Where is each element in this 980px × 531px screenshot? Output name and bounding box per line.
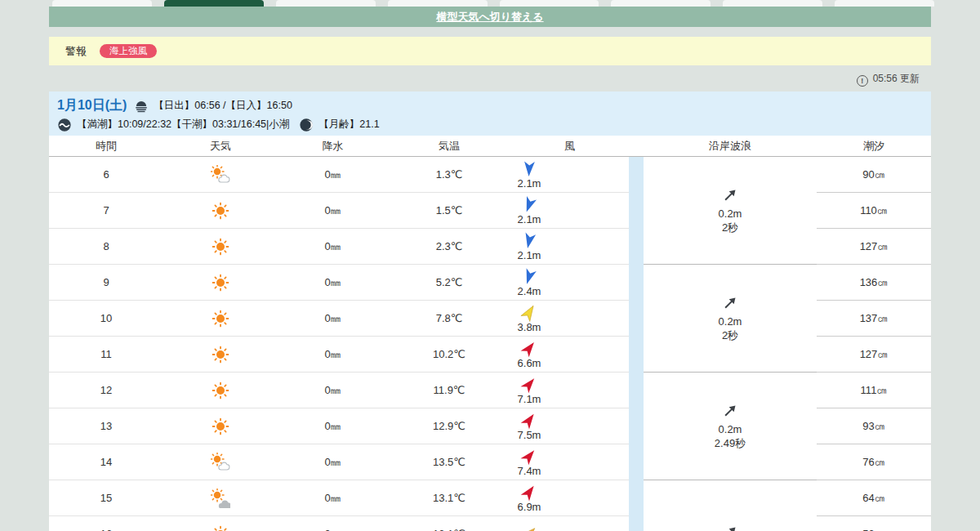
wave-group-cell: 0.2m2秒 [644,265,817,373]
wind-cell: 7.5m [510,412,629,441]
sun-icon [163,309,278,328]
sun-icon [163,417,278,436]
tab-4[interactable] [500,0,599,7]
col-header-precip: 降水 [278,139,388,154]
sunrise-icon [134,99,149,114]
wave-period-label: 2.49秒 [715,437,746,450]
tide-cell: 53㎝ [817,516,931,531]
precip-cell: 0㎜ [278,419,388,434]
time-cell: 10 [49,312,163,324]
precip-cell: 0㎜ [278,491,388,506]
sun-icon [163,201,278,221]
table-row: 110㎜10.2℃6.6m [49,337,629,373]
table-row: 90㎜5.2℃2.4m [49,265,629,301]
wave-period-label: 2秒 [722,221,738,234]
tide-cell: 136㎝ [817,265,931,301]
wind-cell [510,525,629,531]
table-row: 160㎜13.1℃ [49,516,629,531]
wave-group-cell [644,480,817,531]
precip-cell: 0㎜ [278,383,388,398]
col-header-temp: 気温 [388,139,510,154]
table-row: 60㎜1.3℃2.1m [49,157,629,193]
temp-cell: 1.5℃ [388,204,510,216]
table-row: 140㎜13.5℃7.4m [49,444,629,480]
wind-cell: 6.6m [510,340,629,369]
switch-layout-link[interactable]: 横型天気へ切り替える [436,10,543,25]
time-cell: 7 [49,204,163,216]
temp-cell: 1.3℃ [388,168,510,181]
wind-cell: 6.9m [510,484,629,513]
precip-cell: 0㎜ [278,455,388,470]
wave-height-label: 0.2m [719,423,742,436]
col-header-weather: 天気 [163,139,278,154]
weather-cell [163,381,278,400]
weather-cell [163,273,278,292]
weather-cell [163,237,278,257]
precip-cell: 0㎜ [278,167,388,182]
sun-icon [163,345,278,364]
wind-cell: 2.1m [510,160,629,190]
table-row: 130㎜12.9℃7.5m [49,408,629,444]
tide-cell: 111㎝ [817,373,931,408]
weather-cell [163,453,278,472]
tide-cell: 110㎝ [817,193,931,229]
update-time: !05:56 更新 [49,72,920,87]
precip-cell: 0㎜ [278,203,388,218]
weather-cell [163,309,278,328]
temp-cell: 7.8℃ [388,312,510,324]
wave-direction-arrow-icon [721,186,739,207]
tab-1[interactable] [164,0,264,7]
date-header: 1月10日(土) 【日出】06:56 /【日入】16:50 【満潮】10:09/… [49,91,931,136]
precip-cell: 0㎜ [278,239,388,254]
table-row: 100㎜7.8℃3.8m [49,301,629,337]
temp-cell: 12.9℃ [388,420,510,432]
coastal-wave-column: 0.2m2秒0.2m2秒0.2m2.49秒 [644,157,817,531]
tab-5[interactable] [611,0,710,7]
wave-direction-arrow-icon [721,402,739,423]
wind-speed-label: 2.4m [518,285,541,297]
weather-cell [163,524,278,531]
col-header-wind: 風 [510,139,629,154]
tab-6[interactable] [723,0,822,7]
warning-bar: 警報 海上強風 [49,37,931,65]
weather-cell [163,345,278,364]
tab-3[interactable] [388,0,488,7]
wind-speed-label: 2.1m [518,213,541,225]
weather-forecast-page: 横型天気へ切り替える 警報 海上強風 !05:56 更新 1月10日(土) 【日… [0,0,980,531]
wind-cell: 2.1m [510,196,629,225]
table-row: 120㎜11.9℃7.1m [49,373,629,408]
wave-group-cell: 0.2m2秒 [644,157,817,265]
sun-icon [163,524,278,531]
warning-badge[interactable]: 海上強風 [100,44,157,59]
col-header-tide: 潮汐 [817,139,931,154]
temp-cell: 2.3℃ [388,240,510,252]
time-cell: 9 [49,276,163,288]
wave-direction-arrow-icon [721,524,739,531]
sun-gray-cloud-icon [163,489,278,508]
tab-2[interactable] [276,0,376,7]
wind-cell: 7.1m [510,376,629,405]
time-cell: 6 [49,168,163,181]
col-header-waves: 沿岸波浪 [644,139,817,154]
wave-height-label: 0.2m [719,315,742,328]
precip-cell: 0㎜ [278,311,388,326]
sun-icon [163,381,278,400]
precip-cell: 0㎜ [278,527,388,531]
sun-cloud-icon [163,165,278,185]
tab-0[interactable] [52,0,152,7]
tab-7[interactable] [835,0,934,7]
wave-period-label: 2秒 [722,329,738,342]
wind-cell: 7.4m [510,448,629,477]
tide-column: 90㎝110㎝127㎝136㎝137㎝127㎝111㎝93㎝76㎝64㎝53㎝ [817,157,931,531]
temp-cell: 11.9℃ [388,384,510,396]
table-row: 80㎜2.3℃2.1m [49,229,629,265]
wind-speed-label: 2.1m [518,177,541,190]
tide-cell: 137㎝ [817,301,931,337]
weather-cell [163,489,278,508]
wave-height-label: 0.2m [719,207,742,221]
table-row: 70㎜1.5℃2.1m [49,193,629,229]
temp-cell: 5.2℃ [388,276,510,288]
warning-label: 警報 [65,44,87,59]
tide-cell: 76㎝ [817,444,931,480]
wind-cell: 3.8m [510,304,629,333]
